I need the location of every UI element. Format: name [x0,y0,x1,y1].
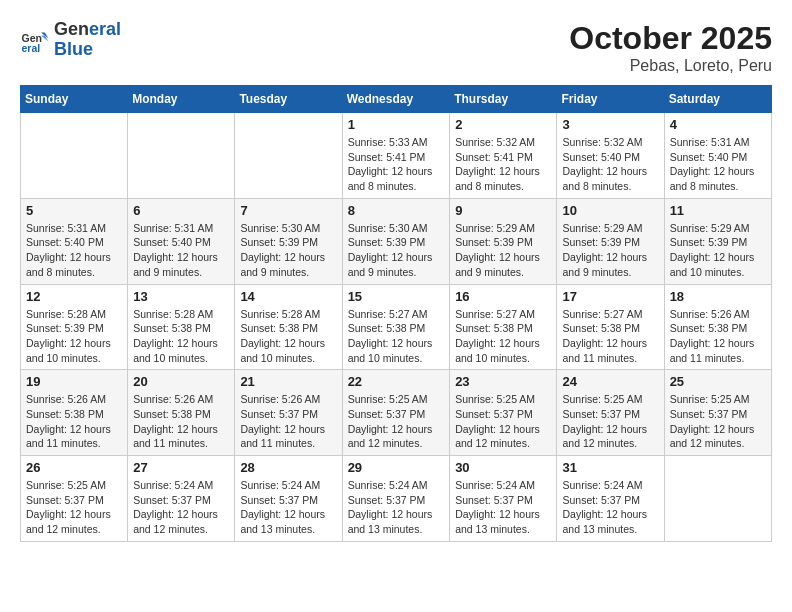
day-number: 3 [562,117,658,132]
day-info: Sunrise: 5:33 AMSunset: 5:41 PMDaylight:… [348,135,445,194]
day-number: 20 [133,374,229,389]
day-info: Sunrise: 5:26 AMSunset: 5:38 PMDaylight:… [26,392,122,451]
table-row: 3Sunrise: 5:32 AMSunset: 5:40 PMDaylight… [557,113,664,199]
day-info: Sunrise: 5:30 AMSunset: 5:39 PMDaylight:… [240,221,336,280]
logo: Gen eral General Blue [20,20,121,60]
table-row: 24Sunrise: 5:25 AMSunset: 5:37 PMDayligh… [557,370,664,456]
table-row: 10Sunrise: 5:29 AMSunset: 5:39 PMDayligh… [557,198,664,284]
day-number: 11 [670,203,766,218]
day-info: Sunrise: 5:32 AMSunset: 5:41 PMDaylight:… [455,135,551,194]
day-info: Sunrise: 5:24 AMSunset: 5:37 PMDaylight:… [133,478,229,537]
calendar-week-row: 12Sunrise: 5:28 AMSunset: 5:39 PMDayligh… [21,284,772,370]
table-row: 4Sunrise: 5:31 AMSunset: 5:40 PMDaylight… [664,113,771,199]
day-number: 29 [348,460,445,475]
table-row: 14Sunrise: 5:28 AMSunset: 5:38 PMDayligh… [235,284,342,370]
table-row: 23Sunrise: 5:25 AMSunset: 5:37 PMDayligh… [450,370,557,456]
calendar-week-row: 26Sunrise: 5:25 AMSunset: 5:37 PMDayligh… [21,456,772,542]
day-info: Sunrise: 5:27 AMSunset: 5:38 PMDaylight:… [455,307,551,366]
day-number: 14 [240,289,336,304]
logo-text: General Blue [54,20,121,60]
table-row: 8Sunrise: 5:30 AMSunset: 5:39 PMDaylight… [342,198,450,284]
title-block: October 2025 Pebas, Loreto, Peru [569,20,772,75]
table-row: 30Sunrise: 5:24 AMSunset: 5:37 PMDayligh… [450,456,557,542]
table-row: 2Sunrise: 5:32 AMSunset: 5:41 PMDaylight… [450,113,557,199]
day-number: 16 [455,289,551,304]
day-number: 6 [133,203,229,218]
calendar-week-row: 19Sunrise: 5:26 AMSunset: 5:38 PMDayligh… [21,370,772,456]
header-wednesday: Wednesday [342,86,450,113]
logo-icon: Gen eral [20,25,50,55]
day-number: 28 [240,460,336,475]
day-info: Sunrise: 5:24 AMSunset: 5:37 PMDaylight:… [562,478,658,537]
day-number: 7 [240,203,336,218]
table-row [664,456,771,542]
day-info: Sunrise: 5:25 AMSunset: 5:37 PMDaylight:… [455,392,551,451]
day-info: Sunrise: 5:28 AMSunset: 5:39 PMDaylight:… [26,307,122,366]
day-info: Sunrise: 5:29 AMSunset: 5:39 PMDaylight:… [455,221,551,280]
day-info: Sunrise: 5:24 AMSunset: 5:37 PMDaylight:… [348,478,445,537]
day-number: 1 [348,117,445,132]
day-info: Sunrise: 5:31 AMSunset: 5:40 PMDaylight:… [133,221,229,280]
table-row: 16Sunrise: 5:27 AMSunset: 5:38 PMDayligh… [450,284,557,370]
svg-marker-3 [41,35,49,41]
day-info: Sunrise: 5:25 AMSunset: 5:37 PMDaylight:… [670,392,766,451]
day-info: Sunrise: 5:24 AMSunset: 5:37 PMDaylight:… [240,478,336,537]
day-info: Sunrise: 5:26 AMSunset: 5:38 PMDaylight:… [133,392,229,451]
table-row: 1Sunrise: 5:33 AMSunset: 5:41 PMDaylight… [342,113,450,199]
calendar-title: October 2025 [569,20,772,57]
table-row: 26Sunrise: 5:25 AMSunset: 5:37 PMDayligh… [21,456,128,542]
table-row: 19Sunrise: 5:26 AMSunset: 5:38 PMDayligh… [21,370,128,456]
day-number: 8 [348,203,445,218]
header-saturday: Saturday [664,86,771,113]
day-number: 31 [562,460,658,475]
table-row: 5Sunrise: 5:31 AMSunset: 5:40 PMDaylight… [21,198,128,284]
table-row: 6Sunrise: 5:31 AMSunset: 5:40 PMDaylight… [128,198,235,284]
header-sunday: Sunday [21,86,128,113]
day-number: 25 [670,374,766,389]
table-row: 21Sunrise: 5:26 AMSunset: 5:37 PMDayligh… [235,370,342,456]
header-monday: Monday [128,86,235,113]
table-row: 13Sunrise: 5:28 AMSunset: 5:38 PMDayligh… [128,284,235,370]
page-header: Gen eral General Blue October 2025 Pebas… [20,20,772,75]
table-row [128,113,235,199]
header-tuesday: Tuesday [235,86,342,113]
day-info: Sunrise: 5:24 AMSunset: 5:37 PMDaylight:… [455,478,551,537]
table-row: 29Sunrise: 5:24 AMSunset: 5:37 PMDayligh… [342,456,450,542]
day-info: Sunrise: 5:26 AMSunset: 5:38 PMDaylight:… [670,307,766,366]
day-info: Sunrise: 5:32 AMSunset: 5:40 PMDaylight:… [562,135,658,194]
day-info: Sunrise: 5:30 AMSunset: 5:39 PMDaylight:… [348,221,445,280]
day-number: 22 [348,374,445,389]
day-number: 15 [348,289,445,304]
table-row [21,113,128,199]
day-number: 30 [455,460,551,475]
day-number: 23 [455,374,551,389]
table-row: 9Sunrise: 5:29 AMSunset: 5:39 PMDaylight… [450,198,557,284]
day-info: Sunrise: 5:31 AMSunset: 5:40 PMDaylight:… [670,135,766,194]
day-number: 19 [26,374,122,389]
table-row: 31Sunrise: 5:24 AMSunset: 5:37 PMDayligh… [557,456,664,542]
day-number: 17 [562,289,658,304]
day-number: 13 [133,289,229,304]
day-number: 21 [240,374,336,389]
day-info: Sunrise: 5:26 AMSunset: 5:37 PMDaylight:… [240,392,336,451]
calendar-table: Sunday Monday Tuesday Wednesday Thursday… [20,85,772,542]
day-info: Sunrise: 5:28 AMSunset: 5:38 PMDaylight:… [133,307,229,366]
header-friday: Friday [557,86,664,113]
day-info: Sunrise: 5:25 AMSunset: 5:37 PMDaylight:… [562,392,658,451]
day-number: 26 [26,460,122,475]
calendar-week-row: 5Sunrise: 5:31 AMSunset: 5:40 PMDaylight… [21,198,772,284]
day-info: Sunrise: 5:27 AMSunset: 5:38 PMDaylight:… [348,307,445,366]
table-row: 7Sunrise: 5:30 AMSunset: 5:39 PMDaylight… [235,198,342,284]
table-row: 28Sunrise: 5:24 AMSunset: 5:37 PMDayligh… [235,456,342,542]
table-row: 25Sunrise: 5:25 AMSunset: 5:37 PMDayligh… [664,370,771,456]
table-row: 15Sunrise: 5:27 AMSunset: 5:38 PMDayligh… [342,284,450,370]
day-number: 4 [670,117,766,132]
day-number: 24 [562,374,658,389]
table-row: 11Sunrise: 5:29 AMSunset: 5:39 PMDayligh… [664,198,771,284]
day-number: 10 [562,203,658,218]
day-info: Sunrise: 5:25 AMSunset: 5:37 PMDaylight:… [348,392,445,451]
day-number: 18 [670,289,766,304]
day-info: Sunrise: 5:28 AMSunset: 5:38 PMDaylight:… [240,307,336,366]
calendar-week-row: 1Sunrise: 5:33 AMSunset: 5:41 PMDaylight… [21,113,772,199]
table-row: 17Sunrise: 5:27 AMSunset: 5:38 PMDayligh… [557,284,664,370]
